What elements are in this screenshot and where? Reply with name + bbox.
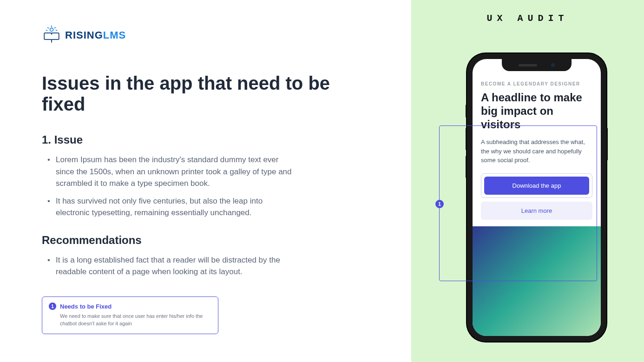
svg-line-3 (47, 27, 49, 29)
annotation-marker: 1 (435, 200, 444, 208)
callout-header: 1 Needs to be Fixed (49, 303, 211, 310)
phone-mockup: BECOME A LEGENDARY DESIGNER A headline t… (467, 53, 606, 342)
issue-bullet: It has survived not only five centuries,… (47, 195, 298, 219)
logo-icon (42, 26, 61, 45)
phone-hero-image (473, 226, 601, 336)
phone-primary-cta-wrap: Download the app (481, 173, 592, 198)
phone-mute-switch (466, 105, 467, 118)
logo-text: RISINGLMS (65, 29, 126, 41)
recommendations-bullets: It is a long established fact that a rea… (42, 254, 369, 278)
phone-volume-up (466, 128, 467, 150)
phone-speaker (519, 64, 537, 66)
phone-eyebrow: BECOME A LEGENDARY DESIGNER (481, 81, 592, 86)
right-panel: UX AUDIT BECOME A LEGENDARY DESIGNER A h… (411, 0, 644, 362)
logo-text-rising: RISING (65, 29, 103, 41)
learn-more-button[interactable]: Learn more (481, 202, 592, 220)
page-title: Issues in the app that need to be fixed (42, 73, 369, 115)
callout-body: We need to make sure that once user has … (49, 313, 211, 327)
callout-card: 1 Needs to be Fixed We need to make sure… (42, 296, 218, 334)
recommendations-bullet: It is a long established fact that a rea… (47, 254, 298, 278)
phone-camera (551, 63, 555, 67)
svg-line-4 (54, 27, 56, 29)
recommendations-heading: Recommendations (42, 234, 369, 247)
phone-subheading: A subheading that addresses the what, th… (481, 138, 592, 165)
phone-notch (502, 59, 572, 71)
phone-screen: BECOME A LEGENDARY DESIGNER A headline t… (473, 59, 601, 336)
issue-bullets: Lorem Ipsum has been the industry's stan… (42, 154, 369, 219)
svg-point-1 (50, 28, 53, 31)
ux-audit-label: UX AUDIT (486, 13, 568, 24)
phone-headline: A headline to make big impact on visitor… (481, 91, 592, 131)
download-app-button[interactable]: Download the app (484, 177, 589, 195)
logo-text-lms: LMS (103, 29, 126, 41)
callout-title: Needs to be Fixed (60, 303, 112, 310)
left-panel: RISINGLMS Issues in the app that need to… (0, 0, 411, 362)
brand-logo: RISINGLMS (42, 26, 369, 45)
callout-number-badge: 1 (49, 303, 56, 310)
phone-volume-down (466, 156, 467, 178)
issue-bullet: Lorem Ipsum has been the industry's stan… (47, 154, 298, 190)
phone-power-button (606, 128, 608, 160)
phone-content: BECOME A LEGENDARY DESIGNER A headline t… (473, 59, 601, 220)
issue-heading: 1. Issue (42, 133, 369, 146)
